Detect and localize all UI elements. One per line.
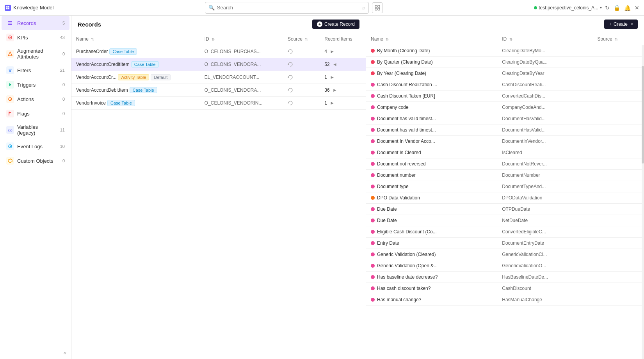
sync-icon	[288, 100, 293, 106]
expand-record-button[interactable]: ►	[328, 74, 336, 81]
list-item[interactable]: Document has valid timest... DocumentHas…	[366, 124, 644, 136]
svg-rect-1	[8, 6, 10, 8]
lock-icon[interactable]: 🔒	[614, 5, 620, 11]
list-item[interactable]: By Month (Clearing Date) ClearingDateByM…	[366, 45, 644, 57]
attr-dot	[371, 196, 375, 200]
search-box[interactable]: 🔍 ⌕	[205, 2, 369, 14]
expand-record-button[interactable]: ►	[328, 100, 336, 107]
svg-marker-17	[9, 83, 11, 86]
table-row[interactable]: VendorAccountCr...Activity TableDefault …	[71, 71, 366, 84]
list-item[interactable]: Generic Validation (Cleared) GenericVali…	[366, 249, 644, 260]
record-source	[283, 97, 320, 110]
svg-point-12	[10, 37, 11, 38]
list-item[interactable]: Document type DocumentTypeAnd...	[366, 181, 644, 192]
sidebar-item-actions[interactable]: Actions 0	[2, 92, 69, 106]
attr-name-cell: Document has valid timest...	[366, 124, 497, 136]
attr-name-cell: By Month (Clearing Date)	[366, 45, 497, 57]
list-item[interactable]: Document number DocumentNumber	[366, 170, 644, 181]
list-item[interactable]: By Quarter (Clearing Date) ClearingDateB…	[366, 57, 644, 68]
table-row[interactable]: VendorAccountDebitItemCase Table O_CELON…	[71, 84, 366, 97]
notification-icon[interactable]: 🔔	[624, 5, 631, 11]
sidebar-item-variables[interactable]: {x} Variables (legacy) 11	[2, 121, 69, 139]
attr-col-header-id[interactable]: ID ⇅	[497, 33, 592, 45]
sidebar-item-kpis[interactable]: KPIs 43	[2, 30, 69, 44]
sidebar-item-augmented-attributes[interactable]: Augmented Attributes 0	[2, 45, 69, 63]
scrollbar-thumb[interactable]	[642, 66, 644, 164]
create-button[interactable]: + Create ▾	[604, 20, 638, 29]
record-name: VendorInvoiceCase Table	[71, 97, 200, 110]
attr-source-cell	[593, 192, 644, 204]
list-item[interactable]: Cash Discount Realization ... CashDiscou…	[366, 79, 644, 91]
list-item[interactable]: Document In Vendor Acco... DocumentInVen…	[366, 136, 644, 147]
list-item[interactable]: Eligible Cash Discount (Co... ConvertedE…	[366, 226, 644, 238]
svg-marker-31	[288, 102, 289, 103]
expand-record-button[interactable]: ►	[328, 48, 336, 55]
attr-name-container: Document has valid timest...	[371, 116, 493, 121]
list-item[interactable]: Has baseline date decrease? HasBaselineD…	[366, 272, 644, 283]
sidebar-item-triggers[interactable]: Triggers 0	[2, 78, 69, 92]
attr-id-cell: ClearingDateByQua...	[497, 57, 592, 68]
sidebar-item-flags[interactable]: Flags 0	[2, 107, 69, 121]
search-magnifier-icon: ⌕	[362, 5, 365, 11]
create-dropdown-icon[interactable]: ▾	[631, 22, 633, 26]
list-item[interactable]: DPO Data Validation DPODataValidation	[366, 192, 644, 204]
svg-rect-4	[375, 5, 377, 7]
col-header-source[interactable]: Source ⇅	[283, 33, 320, 45]
svg-rect-6	[375, 8, 377, 10]
sidebar-collapse-button[interactable]: «	[0, 347, 71, 359]
attr-name-cell: Has baseline date decrease?	[366, 272, 497, 283]
sidebar-icon-triggers	[6, 81, 14, 89]
expand-record-button[interactable]: ◄	[331, 61, 339, 68]
attr-col-header-source[interactable]: Source ⇅	[593, 33, 644, 45]
sidebar-item-custom-objects[interactable]: Custom Objects 0	[2, 154, 69, 168]
sidebar-item-event-logs[interactable]: Event Logs 10	[2, 139, 69, 153]
list-item[interactable]: Has cash discount taken? CashDiscount	[366, 283, 644, 294]
profile-chip[interactable]: test:perspective_celonis_A... ▾	[534, 5, 602, 11]
sidebar-label-augmented-attributes: Augmented Attributes	[17, 48, 55, 60]
list-item[interactable]: Entry Date DocumentEntryDate	[366, 238, 644, 249]
attr-source-cell	[593, 215, 644, 226]
close-icon[interactable]: ✕	[635, 5, 639, 11]
list-item[interactable]: Document Is Cleared IsCleared	[366, 147, 644, 158]
grid-view-button[interactable]	[372, 2, 383, 13]
attr-source-cell	[593, 57, 644, 68]
app-title: Knowledge Model	[13, 5, 53, 11]
attr-col-header-name[interactable]: Name ⇅	[366, 33, 497, 45]
attr-dot	[371, 60, 375, 64]
sidebar-item-filters[interactable]: Filters 21	[2, 63, 69, 77]
list-item[interactable]: Document not reversed DocumentNotRever..…	[366, 158, 644, 170]
list-item[interactable]: Generic Validation (Open &... GenericVal…	[366, 260, 644, 272]
list-item[interactable]: Cash Discount Taken [EUR] ConvertedCashD…	[366, 91, 644, 102]
sidebar-item-records[interactable]: Records 5	[2, 16, 69, 30]
attr-name-cell: Due Date	[366, 204, 497, 215]
list-item[interactable]: Company code CompanyCodeAnd...	[366, 102, 644, 113]
attr-dot	[371, 162, 375, 166]
table-row[interactable]: VendorAccountCreditItemCase Table O_CELO…	[71, 58, 366, 71]
col-header-name[interactable]: Name ⇅	[71, 33, 200, 45]
search-input[interactable]	[217, 5, 360, 11]
list-item[interactable]: By Year (Clearing Date) ClearingDateByYe…	[366, 68, 644, 79]
attr-name-container: Generic Validation (Open &...	[371, 263, 493, 268]
sync-icon	[288, 87, 293, 93]
attr-name-cell: Has cash discount taken?	[366, 283, 497, 294]
svg-text:{x}: {x}	[8, 128, 12, 132]
table-row[interactable]: VendorInvoiceCase Table O_CELONIS_VENDOR…	[71, 97, 366, 110]
attr-id-cell: DocumentTypeAnd...	[497, 181, 592, 192]
sort-icon-name: ⇅	[91, 37, 94, 41]
chevron-down-icon[interactable]: ▾	[600, 5, 602, 10]
list-item[interactable]: Has manual change? HasManualChange	[366, 294, 644, 306]
refresh-icon[interactable]: ↻	[605, 5, 610, 11]
record-count: 1 ►	[320, 97, 366, 110]
expand-record-button[interactable]: ►	[331, 87, 339, 94]
attr-name-label: Generic Validation (Open &...	[377, 263, 438, 268]
list-item[interactable]: Due Date OTPDueDate	[366, 204, 644, 215]
list-item[interactable]: Document has valid timest... DocumentHas…	[366, 113, 644, 124]
col-header-id[interactable]: ID ⇅	[200, 33, 283, 45]
attr-name-cell: Generic Validation (Cleared)	[366, 249, 497, 260]
attr-id-cell: DocumentNumber	[497, 170, 592, 181]
list-item[interactable]: Due Date NetDueDate	[366, 215, 644, 226]
svg-rect-3	[8, 8, 10, 9]
create-record-button[interactable]: + Create Record	[312, 20, 359, 29]
svg-rect-8	[8, 21, 12, 22]
table-row[interactable]: PurchaseOrderCase Table O_CELONIS_PURCHA…	[71, 45, 366, 58]
